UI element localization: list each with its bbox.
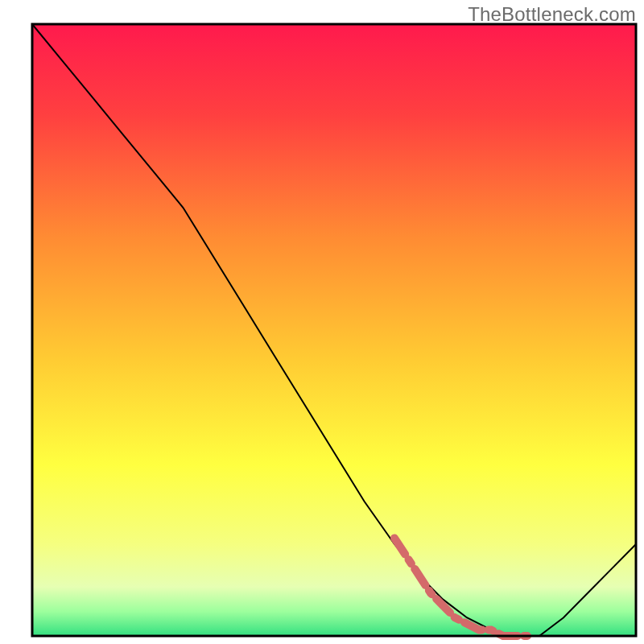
plot-background [32,24,636,636]
bottleneck-chart [0,0,644,644]
watermark-label: TheBottleneck.com [468,3,636,26]
chart-frame: TheBottleneck.com [0,0,644,644]
